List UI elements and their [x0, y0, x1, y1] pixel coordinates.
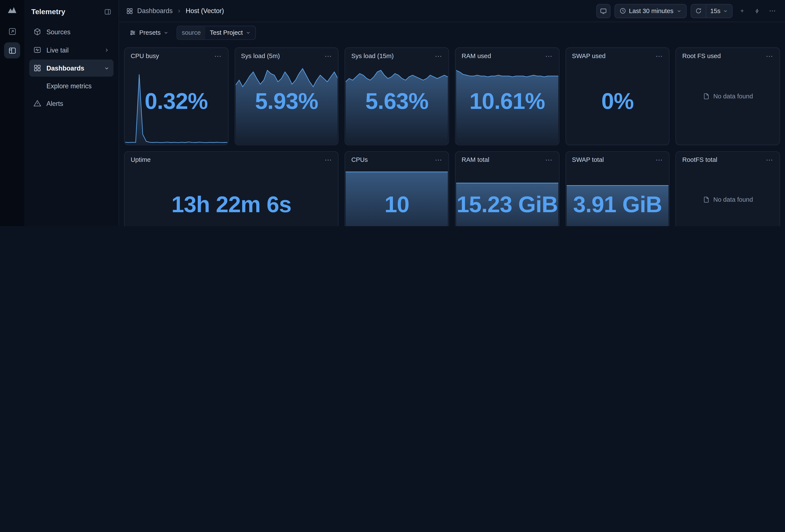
chevron-down-icon: [723, 8, 728, 14]
refresh-icon: [695, 7, 702, 14]
sidebar-item-label: Live tail: [46, 46, 99, 54]
refresh-button[interactable]: [691, 4, 706, 17]
app-rail: R: [0, 0, 24, 226]
dashboard-content: CPU busy⋯ 0.32% Sys load (5m)⋯ 5.93% Sys…: [119, 43, 785, 226]
panel-menu-button[interactable]: ⋯: [435, 53, 442, 60]
breadcrumb: Dashboards Host (Vector): [126, 7, 224, 15]
chevron-right-icon: [104, 47, 109, 53]
source-select[interactable]: source Test Project: [177, 26, 256, 40]
sidebar-item-explore-metrics[interactable]: Explore metrics: [29, 78, 113, 94]
chevron-down-icon: [246, 30, 251, 35]
panel-menu-button[interactable]: ⋯: [545, 53, 553, 60]
panel-menu-button[interactable]: ⋯: [655, 156, 663, 163]
chevron-down-icon: [163, 30, 169, 35]
panel-title: CPUs: [351, 156, 368, 163]
stat-value: 10: [345, 191, 449, 217]
terminal-icon: [33, 46, 42, 54]
panel-menu-button[interactable]: ⋯: [766, 156, 774, 163]
stat-panel-root-fs-used: Root FS used⋯ No data found: [676, 47, 780, 145]
stat-panel-swap-used: SWAP used⋯ 0%: [565, 47, 669, 145]
source-select-key: source: [177, 26, 205, 39]
panel-title: Uptime: [131, 156, 151, 163]
telemetry-app-icon[interactable]: [4, 43, 20, 58]
quick-actions-button[interactable]: [752, 4, 763, 18]
presets-button[interactable]: Presets: [126, 26, 172, 39]
monitor-icon: [600, 7, 607, 15]
stat-panel-rootfs-total: RootFS total⋯ No data found: [676, 151, 780, 226]
panel-title: CPU busy: [131, 53, 159, 60]
stat-panel-ram-total: RAM total⋯ 15.23 GiB: [455, 151, 559, 226]
panel-menu-button[interactable]: ⋯: [325, 156, 332, 163]
sidebar-item-label: Dashboards: [46, 64, 99, 72]
clock-icon: [619, 7, 626, 14]
stat-value: 5.63%: [345, 88, 449, 114]
stat-value: 13h 22m 6s: [125, 191, 338, 217]
panel-menu-button[interactable]: ⋯: [655, 53, 663, 60]
document-icon: [703, 196, 710, 203]
panel-menu-button[interactable]: ⋯: [325, 53, 332, 60]
time-range-button[interactable]: Last 30 minutes: [614, 4, 687, 18]
stat-panel-sys-load-15m: Sys load (15m)⋯ 5.63%: [345, 47, 449, 145]
refresh-interval-button[interactable]: 15s: [706, 4, 732, 17]
dashboards-icon: [126, 7, 133, 15]
panel-title: RAM total: [461, 156, 489, 163]
stat-panel-uptime: Uptime⋯ 13h 22m 6s: [124, 151, 339, 226]
topbar: Dashboards Host (Vector) Last 30 minutes: [119, 0, 785, 22]
time-range-label: Last 30 minutes: [629, 7, 674, 15]
stat-value: 10.61%: [456, 88, 559, 114]
cube-icon: [33, 28, 42, 36]
stat-panel-swap-total: SWAP total⋯ 3.91 GiB: [565, 151, 669, 226]
grid-icon: [33, 64, 42, 72]
stat-value: 3.91 GiB: [566, 191, 669, 217]
stat-panel-cpu-busy: CPU busy⋯ 0.32%: [124, 47, 228, 145]
more-button[interactable]: ⋯: [767, 4, 778, 18]
stat-panel-cpus: CPUs⋯ 10: [345, 151, 449, 226]
refresh-control: 15s: [691, 4, 733, 18]
stat-panel-sys-load-5m: Sys load (5m)⋯ 5.93%: [234, 47, 339, 145]
panel-title: RootFS total: [682, 156, 717, 163]
sliders-icon: [129, 29, 136, 36]
presets-label: Presets: [139, 29, 161, 36]
sidebar-item-label: Explore metrics: [46, 82, 92, 89]
sidebar-item-label: Sources: [46, 28, 109, 35]
sidebar: Telemetry Sources Live tail Dashboards E…: [24, 0, 119, 226]
stat-value: 0%: [566, 88, 669, 114]
sidebar-item-live-tail[interactable]: Live tail: [29, 42, 113, 58]
panel-menu-button[interactable]: ⋯: [435, 156, 442, 163]
collapse-sidebar-icon[interactable]: [104, 8, 111, 15]
telemetry-app: R Telemetry Sources Live tail Dashboard: [0, 0, 785, 226]
panel-title: Root FS used: [682, 53, 721, 60]
refresh-interval-label: 15s: [710, 7, 720, 15]
stat-value: 5.93%: [235, 88, 338, 114]
kiosk-mode-button[interactable]: [596, 4, 610, 18]
panel-title: Sys load (15m): [351, 53, 394, 60]
sidebar-item-label: Alerts: [46, 100, 109, 107]
stats-row-1: CPU busy⋯ 0.32% Sys load (5m)⋯ 5.93% Sys…: [124, 47, 780, 145]
bolt-icon: [755, 7, 760, 15]
filter-bar: Presets source Test Project: [119, 22, 785, 42]
panel-menu-button[interactable]: ⋯: [214, 53, 222, 60]
plus-icon: [739, 7, 745, 15]
sidebar-item-alerts[interactable]: Alerts: [29, 95, 113, 112]
stat-value: 15.23 GiB: [456, 191, 559, 217]
breadcrumb-root[interactable]: Dashboards: [137, 7, 173, 15]
add-panel-button[interactable]: [736, 4, 748, 18]
panel-menu-button[interactable]: ⋯: [766, 53, 774, 60]
chevron-right-icon: [177, 8, 182, 14]
panel-menu-button[interactable]: ⋯: [545, 156, 553, 163]
chevron-down-icon: [104, 65, 109, 71]
alert-triangle-icon: [33, 99, 42, 107]
stats-row-2: Uptime⋯ 13h 22m 6s CPUs⋯ 10 RAM total⋯ 1…: [124, 151, 780, 226]
sidebar-item-sources[interactable]: Sources: [29, 23, 113, 40]
ellipsis-icon: ⋯: [769, 7, 776, 15]
launch-icon[interactable]: [4, 23, 20, 39]
breadcrumb-current: Host (Vector): [186, 7, 224, 15]
no-data-message: No data found: [676, 48, 779, 145]
analytics-logo-icon[interactable]: [7, 5, 17, 15]
panel-title: SWAP used: [572, 53, 606, 60]
source-select-value: Test Project: [210, 29, 243, 36]
chevron-down-icon: [677, 8, 682, 14]
panel-title: Sys load (5m): [241, 53, 280, 60]
sidebar-item-dashboards[interactable]: Dashboards: [29, 60, 113, 77]
app-title: Telemetry: [31, 7, 66, 16]
